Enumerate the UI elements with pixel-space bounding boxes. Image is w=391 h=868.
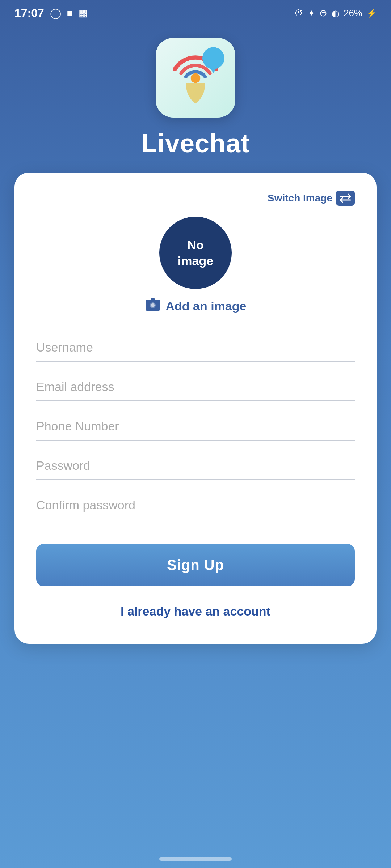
email-wrapper — [36, 372, 355, 404]
switch-image-button[interactable]: Switch Image — [268, 191, 355, 206]
gallery-icon: ▩ — [79, 8, 88, 19]
switch-image-row: Switch Image — [36, 191, 355, 206]
status-time: 17:07 — [14, 7, 44, 20]
signal-icon: ◐ — [332, 8, 339, 18]
svg-point-1 — [202, 47, 224, 69]
status-right: ⏱ ✦ ⊜ ◐ 26% ⚡ — [294, 8, 377, 19]
app-icon — [156, 38, 235, 118]
wifi-icon: ⊜ — [319, 8, 327, 19]
switch-arrows-icon — [336, 191, 355, 206]
app-header: Livechat — [0, 24, 391, 173]
username-wrapper — [36, 332, 355, 365]
home-indicator — [159, 857, 232, 861]
phone-wrapper — [36, 411, 355, 443]
email-input[interactable] — [36, 372, 355, 401]
status-bar: 17:07 ◯ ■ ▩ ⏱ ✦ ⊜ ◐ 26% ⚡ — [0, 0, 391, 24]
add-image-button[interactable]: Add an image — [145, 298, 247, 314]
bluetooth-icon: ✦ — [308, 8, 315, 18]
username-input[interactable] — [36, 332, 355, 362]
avatar-section: No image Add an image — [36, 217, 355, 314]
battery-label: 26% — [344, 8, 362, 19]
no-image-text-1: No — [187, 237, 203, 253]
svg-point-0 — [191, 73, 201, 83]
status-left: 17:07 ◯ ■ ▩ — [14, 7, 88, 20]
password-wrapper — [36, 451, 355, 483]
svg-point-4 — [151, 303, 155, 307]
signup-button[interactable]: Sign Up — [36, 544, 355, 586]
charging-icon: ⚡ — [367, 9, 377, 18]
already-account-button[interactable]: I already have an account — [36, 601, 355, 622]
shield-icon: ■ — [67, 8, 73, 19]
add-image-label: Add an image — [166, 299, 247, 313]
alarm-icon: ⏱ — [294, 8, 303, 19]
no-image-text-2: image — [178, 253, 213, 269]
app-title: Livechat — [141, 128, 250, 158]
avatar-placeholder: No image — [159, 217, 232, 289]
phone-input[interactable] — [36, 411, 355, 441]
password-input[interactable] — [36, 451, 355, 480]
instagram-icon: ◯ — [50, 7, 61, 19]
form-card: Switch Image No image — [14, 173, 377, 644]
add-image-icon — [145, 298, 161, 314]
confirm-password-wrapper — [36, 490, 355, 522]
svg-rect-5 — [151, 298, 155, 301]
confirm-password-input[interactable] — [36, 490, 355, 519]
switch-image-label: Switch Image — [268, 192, 332, 204]
